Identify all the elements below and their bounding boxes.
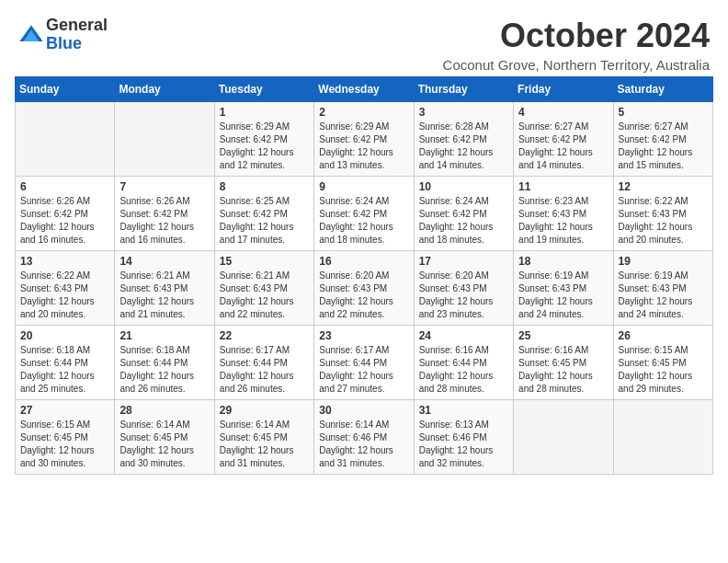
day-number: 22 [220, 329, 309, 342]
day-number: 15 [220, 255, 309, 268]
calendar-cell: 5Sunrise: 6:27 AM Sunset: 6:42 PM Daylig… [613, 102, 712, 177]
logo: General Blue [18, 17, 108, 53]
day-number: 29 [220, 404, 309, 417]
day-info: Sunrise: 6:16 AM Sunset: 6:45 PM Dayligh… [518, 344, 608, 396]
day-info: Sunrise: 6:27 AM Sunset: 6:42 PM Dayligh… [518, 121, 608, 172]
day-info: Sunrise: 6:29 AM Sunset: 6:42 PM Dayligh… [220, 121, 309, 172]
calendar-cell: 23Sunrise: 6:17 AM Sunset: 6:44 PM Dayli… [314, 326, 414, 400]
calendar-cell: 16Sunrise: 6:20 AM Sunset: 6:43 PM Dayli… [314, 251, 414, 326]
calendar-cell: 8Sunrise: 6:25 AM Sunset: 6:42 PM Daylig… [214, 177, 313, 251]
calendar-cell [115, 102, 214, 177]
calendar-cell: 14Sunrise: 6:21 AM Sunset: 6:43 PM Dayli… [115, 251, 214, 326]
day-number: 20 [20, 329, 109, 342]
day-info: Sunrise: 6:27 AM Sunset: 6:42 PM Dayligh… [619, 121, 708, 172]
day-number: 9 [319, 180, 408, 193]
day-info: Sunrise: 6:24 AM Sunset: 6:42 PM Dayligh… [319, 195, 408, 247]
calendar-cell: 19Sunrise: 6:19 AM Sunset: 6:43 PM Dayli… [613, 251, 712, 326]
day-number: 27 [20, 404, 109, 417]
day-number: 11 [518, 180, 608, 193]
day-info: Sunrise: 6:21 AM Sunset: 6:43 PM Dayligh… [119, 270, 209, 321]
day-info: Sunrise: 6:22 AM Sunset: 6:43 PM Dayligh… [20, 270, 109, 321]
calendar: SundayMondayTuesdayWednesdayThursdayFrid… [9, 76, 719, 480]
day-number: 16 [319, 255, 408, 268]
logo-text: General Blue [46, 17, 108, 53]
calendar-cell: 12Sunrise: 6:22 AM Sunset: 6:43 PM Dayli… [613, 177, 712, 251]
day-info: Sunrise: 6:14 AM Sunset: 6:45 PM Dayligh… [220, 419, 309, 470]
day-number: 12 [619, 180, 708, 193]
day-info: Sunrise: 6:25 AM Sunset: 6:42 PM Dayligh… [220, 195, 309, 247]
day-number: 25 [518, 329, 608, 342]
day-header-thursday: Thursday [414, 77, 513, 102]
page-header: General Blue October 2024 Coconut Grove,… [9, 9, 719, 73]
day-number: 4 [518, 106, 608, 119]
day-info: Sunrise: 6:18 AM Sunset: 6:44 PM Dayligh… [20, 344, 109, 396]
calendar-cell: 11Sunrise: 6:23 AM Sunset: 6:43 PM Dayli… [514, 177, 613, 251]
day-info: Sunrise: 6:14 AM Sunset: 6:45 PM Dayligh… [119, 419, 209, 470]
day-number: 24 [419, 329, 508, 342]
calendar-cell: 9Sunrise: 6:24 AM Sunset: 6:42 PM Daylig… [314, 177, 414, 251]
day-number: 17 [419, 255, 508, 268]
day-info: Sunrise: 6:23 AM Sunset: 6:43 PM Dayligh… [518, 195, 608, 247]
day-info: Sunrise: 6:21 AM Sunset: 6:43 PM Dayligh… [220, 270, 309, 321]
calendar-cell: 10Sunrise: 6:24 AM Sunset: 6:42 PM Dayli… [414, 177, 513, 251]
day-number: 19 [619, 255, 708, 268]
calendar-week-4: 20Sunrise: 6:18 AM Sunset: 6:44 PM Dayli… [16, 326, 713, 400]
day-info: Sunrise: 6:26 AM Sunset: 6:42 PM Dayligh… [119, 195, 209, 247]
calendar-cell [16, 102, 115, 177]
day-info: Sunrise: 6:28 AM Sunset: 6:42 PM Dayligh… [419, 121, 508, 172]
day-number: 6 [20, 180, 109, 193]
day-number: 18 [518, 255, 608, 268]
day-number: 7 [119, 180, 209, 193]
calendar-cell [613, 400, 712, 475]
calendar-week-2: 6Sunrise: 6:26 AM Sunset: 6:42 PM Daylig… [16, 177, 713, 251]
day-info: Sunrise: 6:15 AM Sunset: 6:45 PM Dayligh… [20, 419, 109, 470]
day-number: 10 [419, 180, 508, 193]
calendar-cell: 21Sunrise: 6:18 AM Sunset: 6:44 PM Dayli… [115, 326, 214, 400]
calendar-cell: 22Sunrise: 6:17 AM Sunset: 6:44 PM Dayli… [214, 326, 313, 400]
calendar-table: SundayMondayTuesdayWednesdayThursdayFrid… [15, 76, 713, 475]
calendar-cell [514, 400, 613, 475]
calendar-cell: 25Sunrise: 6:16 AM Sunset: 6:45 PM Dayli… [514, 326, 613, 400]
calendar-cell: 30Sunrise: 6:14 AM Sunset: 6:46 PM Dayli… [314, 400, 414, 475]
title-block: October 2024 Coconut Grove, Northern Ter… [443, 17, 710, 73]
day-header-saturday: Saturday [613, 77, 712, 102]
calendar-cell: 18Sunrise: 6:19 AM Sunset: 6:43 PM Dayli… [514, 251, 613, 326]
calendar-cell: 6Sunrise: 6:26 AM Sunset: 6:42 PM Daylig… [16, 177, 115, 251]
day-info: Sunrise: 6:22 AM Sunset: 6:43 PM Dayligh… [619, 195, 708, 247]
day-number: 23 [319, 329, 408, 342]
calendar-cell: 15Sunrise: 6:21 AM Sunset: 6:43 PM Dayli… [214, 251, 313, 326]
day-info: Sunrise: 6:19 AM Sunset: 6:43 PM Dayligh… [518, 270, 608, 321]
calendar-cell: 1Sunrise: 6:29 AM Sunset: 6:42 PM Daylig… [214, 102, 313, 177]
calendar-cell: 28Sunrise: 6:14 AM Sunset: 6:45 PM Dayli… [115, 400, 214, 475]
day-header-wednesday: Wednesday [314, 77, 414, 102]
day-number: 1 [220, 106, 309, 119]
logo-icon [18, 22, 44, 48]
calendar-cell: 4Sunrise: 6:27 AM Sunset: 6:42 PM Daylig… [514, 102, 613, 177]
day-number: 30 [319, 404, 408, 417]
calendar-cell: 26Sunrise: 6:15 AM Sunset: 6:45 PM Dayli… [613, 326, 712, 400]
day-number: 31 [419, 404, 508, 417]
calendar-week-5: 27Sunrise: 6:15 AM Sunset: 6:45 PM Dayli… [16, 400, 713, 475]
day-header-friday: Friday [514, 77, 613, 102]
day-info: Sunrise: 6:17 AM Sunset: 6:44 PM Dayligh… [319, 344, 408, 396]
month-title: October 2024 [443, 17, 710, 55]
day-number: 21 [119, 329, 209, 342]
day-info: Sunrise: 6:14 AM Sunset: 6:46 PM Dayligh… [319, 419, 408, 470]
day-info: Sunrise: 6:19 AM Sunset: 6:43 PM Dayligh… [619, 270, 708, 321]
calendar-cell: 7Sunrise: 6:26 AM Sunset: 6:42 PM Daylig… [115, 177, 214, 251]
calendar-cell: 13Sunrise: 6:22 AM Sunset: 6:43 PM Dayli… [16, 251, 115, 326]
day-info: Sunrise: 6:20 AM Sunset: 6:43 PM Dayligh… [319, 270, 408, 321]
calendar-week-1: 1Sunrise: 6:29 AM Sunset: 6:42 PM Daylig… [16, 102, 713, 177]
day-number: 26 [619, 329, 708, 342]
calendar-cell: 27Sunrise: 6:15 AM Sunset: 6:45 PM Dayli… [16, 400, 115, 475]
calendar-week-3: 13Sunrise: 6:22 AM Sunset: 6:43 PM Dayli… [16, 251, 713, 326]
day-number: 14 [119, 255, 209, 268]
calendar-cell: 2Sunrise: 6:29 AM Sunset: 6:42 PM Daylig… [314, 102, 414, 177]
day-number: 13 [20, 255, 109, 268]
day-number: 28 [119, 404, 209, 417]
day-number: 8 [220, 180, 309, 193]
calendar-cell: 17Sunrise: 6:20 AM Sunset: 6:43 PM Dayli… [414, 251, 513, 326]
day-info: Sunrise: 6:16 AM Sunset: 6:44 PM Dayligh… [419, 344, 508, 396]
day-info: Sunrise: 6:15 AM Sunset: 6:45 PM Dayligh… [619, 344, 708, 396]
logo-blue: Blue [46, 35, 108, 53]
